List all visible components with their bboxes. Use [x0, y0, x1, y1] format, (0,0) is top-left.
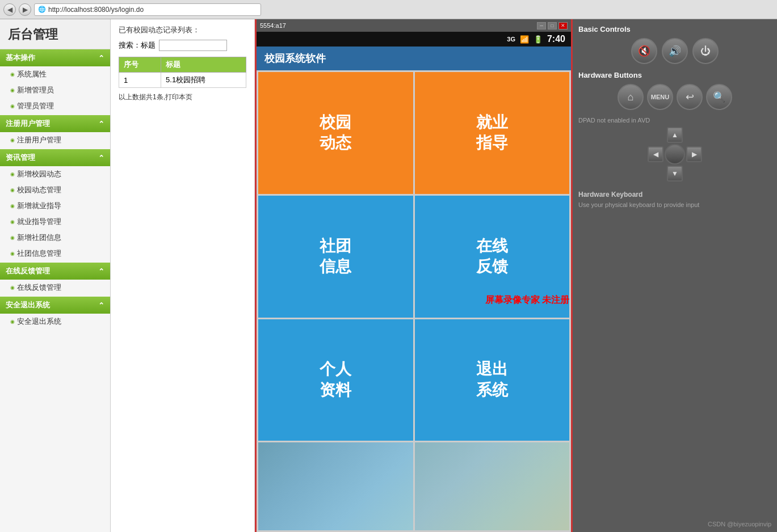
sidebar: 后台管理 基本操作 ⌃ ◉系统属性 ◉新增管理员 ◉管理员管理 注册用户管理 ⌃…	[0, 19, 111, 532]
grid-item-campus-news[interactable]: 校园 动态	[258, 72, 413, 194]
section-header-feedback-mgmt[interactable]: 在线反馈管理 ⌃	[0, 263, 110, 280]
section-header-info-mgmt[interactable]: 资讯管理 ⌃	[0, 149, 110, 166]
keyboard-label: Hardware Keyboard	[578, 191, 771, 199]
dpad-right-button[interactable]: ▶	[686, 146, 702, 162]
table-cell-title: 5.1校园招聘	[161, 73, 246, 88]
dot-icon: ◉	[10, 219, 15, 225]
back-hw-button[interactable]: ↩	[677, 84, 703, 110]
sidebar-item-add-admin[interactable]: ◉新增管理员	[0, 82, 110, 98]
dot-icon: ◉	[10, 87, 15, 93]
grid-item-label: 就业 指导	[476, 112, 508, 154]
sidebar-item-news-mgmt[interactable]: ◉校园动态管理	[0, 182, 110, 198]
sidebar-item-career-mgmt[interactable]: ◉就业指导管理	[0, 214, 110, 230]
app-title: 校园系统软件	[264, 52, 326, 65]
dot-icon: ◉	[10, 187, 15, 193]
dot-icon: ◉	[10, 71, 15, 77]
hardware-buttons-label: Hardware Buttons	[578, 71, 771, 79]
close-button[interactable]: ✕	[558, 22, 568, 29]
address-icon: 🌐	[38, 6, 46, 13]
home-button[interactable]: ⌂	[618, 84, 644, 110]
grid-item-career[interactable]: 就业 指导	[415, 72, 570, 194]
section-basic-ops: 基本操作 ⌃ ◉系统属性 ◉新增管理员 ◉管理员管理	[0, 49, 110, 114]
table-row: 1 5.1校园招聘	[119, 73, 246, 88]
section-label-basic-ops: 基本操作	[6, 53, 35, 63]
address-bar[interactable]: 🌐 http://localhost:8080/ys/login.do	[34, 3, 261, 16]
time-display: 7:40	[547, 34, 565, 44]
keyboard-section: Hardware Keyboard Use your physical keyb…	[578, 191, 771, 210]
dpad-center	[665, 144, 685, 164]
data-table: 序号 标题 1 5.1校园招聘	[119, 57, 246, 88]
section-label-exit-system: 安全退出系统	[6, 300, 50, 310]
sidebar-item-admin-mgmt[interactable]: ◉管理员管理	[0, 98, 110, 114]
sidebar-item-club-mgmt[interactable]: ◉社团信息管理	[0, 246, 110, 261]
csdn-watermark: CSDN @biyezuopinvip	[708, 521, 771, 527]
chevron-icon: ⌃	[98, 120, 104, 128]
dpad-up-button[interactable]: ▲	[667, 127, 683, 143]
sidebar-item-feedback-mgmt[interactable]: ◉在线反馈管理	[0, 280, 110, 295]
grid-item-profile[interactable]: 个人 资料	[258, 319, 413, 441]
sidebar-item-system-props[interactable]: ◉系统属性	[0, 66, 110, 82]
right-panel: Basic Controls 🔇 🔊 ⏻ Hardware Buttons ⌂ …	[573, 19, 777, 532]
volume-button[interactable]: 🔊	[662, 38, 688, 64]
dot-icon: ◉	[10, 235, 15, 240]
minimize-button[interactable]: ─	[537, 22, 546, 29]
grid-item-club[interactable]: 社团 信息	[258, 196, 413, 318]
search-input[interactable]	[159, 40, 227, 51]
section-exit-system: 安全退出系统 ⌃ ◉安全退出系统	[0, 297, 110, 330]
table-cell-num: 1	[119, 73, 161, 88]
app-header: 校园系统软件	[257, 47, 571, 70]
table-header-title: 标题	[161, 57, 246, 73]
grid-item-label: 校园 动态	[320, 112, 351, 154]
table-header-num: 序号	[119, 57, 161, 73]
web-content-area: 已有校园动态记录列表： 搜索：标题 序号 标题 1 5.1校园招聘 以上数据共1…	[111, 19, 255, 532]
restore-button[interactable]: □	[548, 22, 557, 29]
network-type: 3G	[507, 36, 515, 43]
dot-icon: ◉	[10, 203, 15, 209]
emulator-window: 5554:a17 ─ □ ✕ 3G 📶 🔋 7:40 校园系统软件	[255, 19, 573, 532]
sidebar-item-user-mgmt[interactable]: ◉注册用户管理	[0, 132, 110, 148]
sidebar-item-exit-system[interactable]: ◉安全退出系统	[0, 314, 110, 330]
dot-icon: ◉	[10, 285, 15, 290]
emulator-window-controls: ─ □ ✕	[537, 22, 568, 29]
section-header-exit-system[interactable]: 安全退出系统 ⌃	[0, 297, 110, 314]
hardware-buttons-row: ⌂ MENU ↩ 🔍	[578, 84, 771, 110]
dpad-left-button[interactable]: ◀	[648, 146, 663, 162]
statusbar-right: 3G 📶 🔋 7:40	[507, 34, 565, 44]
chevron-icon: ⌃	[98, 154, 104, 162]
dpad-down-button[interactable]: ▼	[667, 166, 683, 181]
grid-item-blur2	[415, 442, 570, 530]
sidebar-item-add-news[interactable]: ◉新增校园动态	[0, 166, 110, 182]
grid-item-label: 退出 系统	[476, 359, 508, 400]
dot-icon: ◉	[10, 137, 15, 143]
battery-icon: 🔋	[534, 35, 543, 44]
grid-item-blur1	[258, 442, 413, 530]
search-hw-button[interactable]: 🔍	[706, 84, 732, 110]
dpad-label: DPAD not enabled in AVD	[578, 117, 771, 124]
url-text: http://localhost:8080/ys/login.do	[48, 6, 144, 14]
emulator-titlebar: 5554:a17 ─ □ ✕	[257, 19, 571, 32]
dot-icon: ◉	[10, 171, 15, 177]
section-header-basic-ops[interactable]: 基本操作 ⌃	[0, 49, 110, 66]
forward-button[interactable]: ▶	[19, 3, 31, 16]
menu-button[interactable]: MENU	[647, 84, 673, 110]
section-info-mgmt: 资讯管理 ⌃ ◉新增校园动态 ◉校园动态管理 ◉新增就业指导 ◉就业指导管理 ◉…	[0, 149, 110, 261]
section-user-mgmt: 注册用户管理 ⌃ ◉注册用户管理	[0, 115, 110, 148]
app-grid: 校园 动态 就业 指导 社团 信息 在线 反馈 屏幕录像专家 未注册 个人 资料…	[257, 70, 571, 532]
content-header: 已有校园动态记录列表：	[119, 25, 246, 35]
sidebar-item-add-club[interactable]: ◉新增社团信息	[0, 230, 110, 246]
grid-item-exit[interactable]: 退出 系统	[415, 319, 570, 441]
dot-icon: ◉	[10, 319, 15, 324]
search-label: 搜索：标题	[119, 40, 156, 50]
section-header-user-mgmt[interactable]: 注册用户管理 ⌃	[0, 115, 110, 132]
basic-controls-row: 🔇 🔊 ⏻	[578, 38, 771, 64]
sidebar-item-add-career[interactable]: ◉新增就业指导	[0, 198, 110, 214]
section-feedback-mgmt: 在线反馈管理 ⌃ ◉在线反馈管理	[0, 263, 110, 295]
grid-item-feedback[interactable]: 在线 反馈 屏幕录像专家 未注册	[415, 196, 570, 318]
mute-button[interactable]: 🔇	[631, 38, 657, 64]
footer-text: 以上数据共1条,打印本页	[119, 92, 246, 102]
emulator-title-text: 5554:a17	[260, 22, 286, 29]
grid-item-label: 在线 反馈	[476, 236, 508, 277]
power-button[interactable]: ⏻	[692, 38, 719, 64]
dpad-container: ▲ ▼ ◀ ▶	[578, 127, 771, 181]
back-button[interactable]: ◀	[3, 3, 16, 16]
